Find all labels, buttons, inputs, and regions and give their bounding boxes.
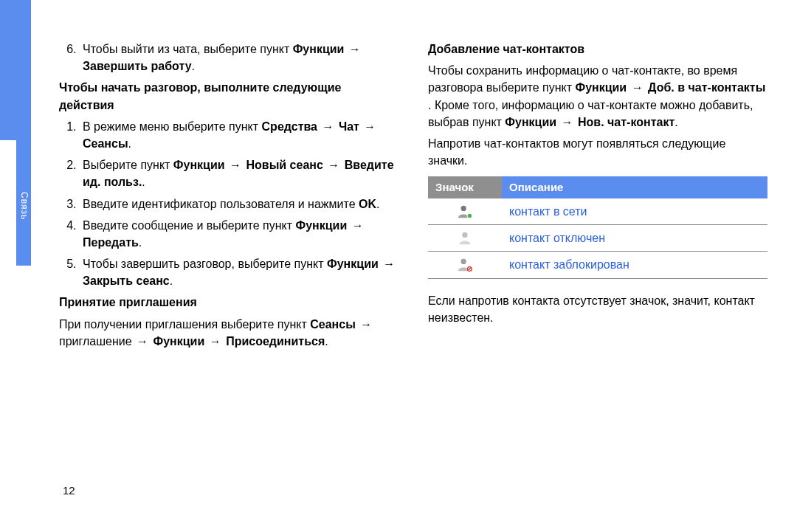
exit-step-list: Чтобы выйти из чата, выберите пункт Функ… bbox=[59, 41, 398, 75]
arrow-icon: → bbox=[348, 43, 362, 55]
icons-intro: Напротив чат-контактов могут появляться … bbox=[428, 135, 767, 169]
th-desc: Описание bbox=[502, 176, 767, 198]
bold: Функции bbox=[575, 81, 627, 94]
text: . bbox=[139, 236, 142, 249]
step-5: Чтобы завершить разговор, выберите пункт… bbox=[80, 255, 398, 289]
bold: OK bbox=[359, 198, 376, 210]
arrow-icon: → bbox=[630, 81, 645, 94]
bold: Сеансы bbox=[83, 137, 128, 150]
exit-step: Чтобы выйти из чата, выберите пункт Функ… bbox=[80, 41, 398, 75]
bold: Закрыть сеанс bbox=[83, 274, 170, 287]
text: . bbox=[325, 335, 328, 348]
heading-accept-invite: Принятие приглашения bbox=[59, 294, 398, 311]
status-desc: контакт заблокирован bbox=[502, 252, 767, 278]
bold: Функции bbox=[505, 116, 556, 128]
step-2: Выберите пункт Функции → Новый сеанс → В… bbox=[80, 156, 398, 190]
step-3: Введите идентификатор пользователя и наж… bbox=[80, 196, 398, 213]
text: . bbox=[376, 198, 379, 210]
arrow-icon: → bbox=[135, 335, 150, 348]
bold: Функции bbox=[293, 43, 345, 55]
step-1: В режиме меню выберите пункт Средства → … bbox=[80, 118, 398, 152]
text: Выберите пункт bbox=[83, 159, 173, 171]
arrow-icon: → bbox=[359, 318, 373, 331]
text: Чтобы завершить разговор, выберите пункт bbox=[83, 258, 327, 270]
page-content: Чтобы выйти из чата, выберите пункт Функ… bbox=[59, 41, 767, 502]
arrow-icon: → bbox=[351, 219, 365, 232]
accept-invite-text: При получении приглашения выберите пункт… bbox=[59, 316, 398, 350]
side-tab: Связь bbox=[16, 140, 31, 266]
page-number: 12 bbox=[63, 483, 75, 499]
text: . bbox=[170, 274, 173, 287]
status-desc: контакт в сети bbox=[502, 198, 767, 225]
table-row: контакт в сети bbox=[428, 198, 767, 225]
text: В режиме меню выберите пункт bbox=[83, 120, 262, 133]
bold: Функции bbox=[296, 219, 348, 232]
table-row: контакт заблокирован bbox=[428, 252, 767, 278]
left-column: Чтобы выйти из чата, выберите пункт Функ… bbox=[59, 41, 398, 502]
icon-table: Значок Описание контакт в сети bbox=[428, 176, 767, 278]
text: Введите идентификатор пользователя и наж… bbox=[83, 198, 359, 210]
arrow-icon: → bbox=[208, 335, 223, 348]
bold: Новый сеанс bbox=[246, 159, 322, 171]
svg-point-4 bbox=[461, 259, 466, 264]
bold: Сеансы bbox=[310, 318, 356, 331]
bold: Функции bbox=[173, 159, 225, 171]
status-icon-cell bbox=[428, 225, 502, 252]
status-icon-cell bbox=[428, 198, 502, 225]
status-desc: контакт отключен bbox=[502, 225, 767, 252]
bold: Чат bbox=[339, 120, 359, 133]
side-blue-bar bbox=[0, 0, 31, 140]
bold: Функции bbox=[153, 335, 205, 348]
bold: Передать bbox=[83, 236, 139, 249]
arrow-icon: → bbox=[560, 116, 575, 128]
status-icon-cell bbox=[428, 252, 502, 278]
arrow-icon: → bbox=[382, 258, 396, 270]
arrow-icon: → bbox=[320, 120, 335, 133]
heading-start-chat: Чтобы начать разговор, выполните следующ… bbox=[59, 79, 398, 113]
table-row: контакт отключен bbox=[428, 225, 767, 252]
buddy-blocked-icon bbox=[457, 258, 473, 272]
bold: Присоединиться bbox=[226, 335, 325, 348]
heading-add-contacts: Добавление чат-контактов bbox=[428, 41, 767, 58]
table-header-row: Значок Описание bbox=[428, 176, 767, 198]
add-contacts-para: Чтобы сохранить информацию о чат-контакт… bbox=[428, 62, 767, 131]
bold: Нов. чат-контакт bbox=[578, 116, 674, 128]
start-chat-steps: В режиме меню выберите пункт Средства → … bbox=[59, 118, 398, 290]
text: . bbox=[674, 116, 677, 128]
text: . bbox=[128, 137, 131, 150]
th-icon: Значок bbox=[428, 176, 502, 198]
svg-point-0 bbox=[461, 205, 466, 210]
arrow-icon: → bbox=[326, 159, 341, 171]
bold: Средства bbox=[262, 120, 317, 133]
text: При получении приглашения выберите пункт bbox=[59, 318, 310, 331]
text: . bbox=[192, 60, 195, 72]
text: Введите сообщение и выберите пункт bbox=[83, 219, 296, 232]
svg-point-2 bbox=[468, 213, 472, 217]
buddy-offline-icon bbox=[457, 231, 473, 246]
side-tab-label: Связь bbox=[17, 192, 30, 220]
right-column: Добавление чат-контактов Чтобы сохранить… bbox=[428, 41, 767, 502]
arrow-icon: → bbox=[362, 120, 377, 133]
buddy-online-icon bbox=[457, 204, 473, 219]
svg-point-3 bbox=[462, 232, 467, 238]
bold: Завершить работу bbox=[83, 60, 192, 72]
text: приглашение bbox=[59, 335, 135, 348]
text: Чтобы выйти из чата, выберите пункт bbox=[83, 43, 293, 55]
text: . bbox=[142, 176, 145, 188]
bold: Функции bbox=[327, 258, 379, 270]
arrow-icon: → bbox=[228, 159, 243, 171]
no-icon-note: Если напротив контакта отсутствует значо… bbox=[428, 292, 767, 326]
step-4: Введите сообщение и выберите пункт Функц… bbox=[80, 217, 398, 251]
bold: Доб. в чат-контакты bbox=[648, 81, 765, 94]
